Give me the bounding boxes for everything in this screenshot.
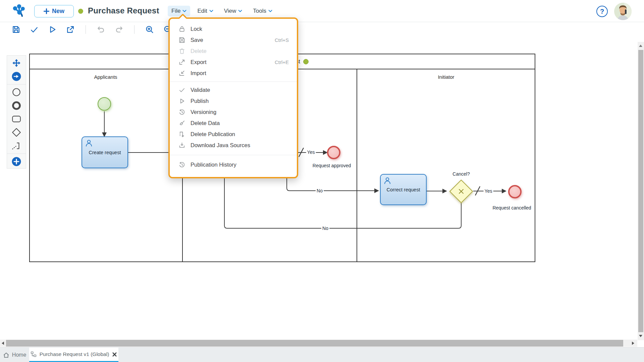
redo-icon[interactable] bbox=[114, 24, 124, 35]
menu-item-publish[interactable]: Publish bbox=[170, 96, 297, 107]
pool-status-dot bbox=[303, 59, 309, 64]
menu-file[interactable]: File bbox=[168, 6, 190, 16]
move-tool-icon[interactable] bbox=[10, 57, 23, 69]
document-status-dot bbox=[78, 9, 83, 14]
chevron-down-icon bbox=[182, 10, 186, 12]
tab-label: Purchase Request v1 (Global) bbox=[40, 351, 109, 357]
menu-item-label: Delete Publication bbox=[191, 131, 289, 137]
task-correct-request[interactable]: Correct request bbox=[380, 174, 427, 205]
scroll-up-arrow-icon[interactable] bbox=[639, 45, 642, 47]
import-icon bbox=[178, 70, 185, 77]
menu-tools[interactable]: Tools bbox=[249, 6, 276, 16]
connect-tool-icon[interactable] bbox=[10, 70, 23, 83]
lock-icon bbox=[178, 25, 185, 33]
scroll-right-arrow-icon[interactable] bbox=[632, 342, 634, 345]
end-event-cancelled[interactable] bbox=[508, 185, 522, 198]
menu-item-label: Delete bbox=[191, 48, 289, 54]
end-event-tool-icon[interactable] bbox=[10, 99, 23, 112]
menu-item-label: Validate bbox=[191, 87, 289, 93]
user-task-icon bbox=[383, 177, 391, 185]
user-task-icon bbox=[85, 139, 93, 147]
menu-item-export[interactable]: Export Ctrl+E bbox=[170, 57, 297, 68]
menu-edit[interactable]: Edit bbox=[194, 6, 217, 16]
menu-item-label: Import bbox=[191, 70, 289, 76]
check-icon bbox=[178, 86, 185, 94]
menu-view[interactable]: View bbox=[220, 6, 246, 16]
start-event-tool-icon[interactable] bbox=[10, 86, 23, 99]
scroll-down-arrow-icon[interactable] bbox=[639, 335, 642, 337]
menu-item-label: Save bbox=[191, 37, 270, 43]
menu-item-label: Download Java Sources bbox=[191, 142, 289, 148]
avatar-photo bbox=[614, 3, 632, 20]
flow-label-yes: Yes bbox=[484, 188, 493, 194]
vertical-scroll-thumb[interactable] bbox=[638, 50, 643, 332]
menu-item-shortcut: Ctrl+E bbox=[275, 59, 289, 65]
help-question-icon: ? bbox=[600, 8, 604, 15]
menu-item-lock[interactable]: Lock bbox=[170, 23, 297, 35]
floppy-icon bbox=[178, 37, 185, 44]
scroll-left-arrow-icon[interactable] bbox=[2, 342, 4, 345]
horizontal-scroll-thumb[interactable] bbox=[6, 340, 623, 347]
menu-item-import[interactable]: Import bbox=[170, 68, 297, 79]
menu-tools-label: Tools bbox=[253, 8, 266, 14]
lane-divider[interactable] bbox=[357, 69, 357, 262]
task-label: Create request bbox=[89, 150, 121, 155]
menu-item-delete: Delete bbox=[170, 46, 297, 57]
menu-item-delete-data[interactable]: Delete Data bbox=[170, 118, 297, 129]
horizontal-scrollbar[interactable] bbox=[0, 340, 637, 347]
new-button[interactable]: New bbox=[34, 5, 74, 17]
menu-separator bbox=[170, 155, 297, 155]
save-icon[interactable] bbox=[11, 24, 21, 35]
task-tool-icon[interactable] bbox=[10, 113, 23, 125]
task-create-request[interactable]: Create request bbox=[82, 136, 128, 168]
add-tool-icon[interactable] bbox=[10, 155, 23, 168]
trash-icon bbox=[178, 48, 185, 55]
export-icon[interactable] bbox=[65, 24, 75, 35]
process-icon bbox=[31, 351, 37, 357]
flow-label-no: No bbox=[316, 188, 324, 193]
app-logo-claw-icon[interactable] bbox=[12, 4, 27, 19]
history-icon bbox=[178, 109, 185, 116]
lane-label-initiator: Initiator bbox=[438, 74, 454, 80]
menu-item-save[interactable]: Save Ctrl+S bbox=[170, 35, 297, 46]
exclusive-gateway-x-icon bbox=[455, 186, 467, 197]
end-event-cancelled-label: Request cancelled bbox=[491, 205, 532, 210]
annotation-tool-icon[interactable] bbox=[10, 139, 23, 152]
bpmn-palette bbox=[7, 55, 26, 169]
app-root: New Purchase Request File Edit View bbox=[0, 0, 644, 362]
menu-item-label: Export bbox=[191, 59, 270, 65]
tab-home[interactable]: Home bbox=[0, 348, 29, 362]
tab-close-icon[interactable] bbox=[112, 352, 117, 357]
plus-icon bbox=[44, 8, 49, 14]
tab-purchase-request[interactable]: Purchase Request v1 (Global) bbox=[29, 348, 118, 362]
palette-separator bbox=[7, 84, 26, 84]
broom-icon bbox=[178, 120, 185, 127]
start-event[interactable] bbox=[98, 97, 111, 111]
menu-item-label: Publication History bbox=[191, 162, 289, 168]
menu-item-download-java-sources[interactable]: Download Java Sources bbox=[170, 140, 297, 151]
chevron-down-icon bbox=[209, 10, 213, 12]
vertical-scrollbar[interactable] bbox=[638, 42, 644, 340]
menu-item-label: Lock bbox=[191, 26, 289, 32]
user-avatar[interactable] bbox=[614, 3, 632, 20]
clock-history-icon bbox=[178, 161, 185, 168]
end-event-approved-label: Request approved bbox=[312, 163, 352, 168]
play-icon bbox=[178, 98, 185, 105]
end-event-approved[interactable] bbox=[327, 146, 340, 159]
menu-item-versioning[interactable]: Versioning bbox=[170, 107, 297, 118]
run-icon[interactable] bbox=[47, 24, 57, 35]
menu-edit-label: Edit bbox=[197, 8, 207, 14]
menu-item-delete-publication[interactable]: Delete Publication bbox=[170, 129, 297, 140]
menu-item-validate[interactable]: Validate bbox=[170, 84, 297, 96]
palette-separator bbox=[7, 154, 26, 154]
export-icon bbox=[178, 59, 185, 66]
gateway-tool-icon[interactable] bbox=[10, 126, 23, 139]
undo-icon[interactable] bbox=[96, 24, 106, 35]
tab-home-label: Home bbox=[12, 352, 26, 358]
menu-item-publication-history[interactable]: Publication History bbox=[170, 159, 297, 170]
validate-icon[interactable] bbox=[29, 24, 39, 35]
help-button[interactable]: ? bbox=[596, 6, 608, 17]
zoom-in-icon[interactable] bbox=[145, 24, 155, 35]
lane-label-applicants: Applicants bbox=[94, 74, 117, 80]
bottom-tab-bar: Home Purchase Request v1 (Global) bbox=[0, 347, 644, 362]
